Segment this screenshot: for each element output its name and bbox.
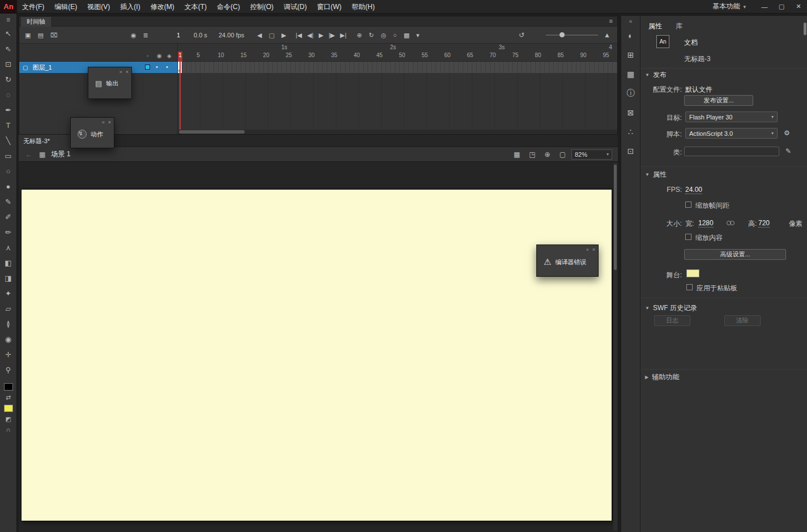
menu-insert[interactable]: 插入(I) [115, 0, 145, 14]
fluid-brush-tool[interactable]: ✏ [0, 225, 16, 240]
eraser-tool[interactable]: ▱ [0, 301, 16, 316]
stage-color-swatch[interactable] [686, 269, 699, 277]
minimize-button[interactable]: — [756, 0, 773, 14]
output-panel-header[interactable]: » × [88, 67, 131, 75]
oval-primitive-tool[interactable]: ● [0, 179, 16, 194]
scale-content-checkbox[interactable] [685, 234, 691, 240]
loop-icon[interactable]: ↻ [369, 32, 374, 39]
collapse-panels-icon[interactable]: « [629, 16, 633, 26]
menu-file[interactable]: 文件(F) [17, 0, 49, 14]
menu-view[interactable]: 视图(V) [82, 0, 115, 14]
eyedropper-tool[interactable]: ✦ [0, 286, 16, 301]
visibility-column-icon[interactable]: ◉ [157, 53, 162, 59]
menu-window[interactable]: 窗口(W) [312, 0, 347, 14]
frame-picker-panel-icon[interactable]: ⊡ [621, 141, 640, 161]
panel-menu-icon[interactable]: ≡ [609, 18, 613, 24]
timeline-tab[interactable]: 时间轴 [21, 17, 51, 27]
actions-panel-header[interactable]: » × [71, 118, 114, 125]
tab-properties[interactable]: 属性 [648, 22, 662, 31]
timeline-hscrollbar[interactable] [178, 130, 617, 134]
scene-name[interactable]: 场景 1 [51, 149, 70, 159]
brushes-panel-icon[interactable]: ∴ [621, 122, 640, 141]
app-logo[interactable]: An [0, 0, 17, 14]
panel-collapse-icon[interactable]: » [586, 247, 589, 252]
bone-tool[interactable]: ⋏ [0, 240, 16, 255]
pencil-tool[interactable]: ✎ [0, 194, 16, 209]
scale-spans-checkbox[interactable] [685, 201, 691, 208]
stroke-color-swatch[interactable] [4, 383, 13, 391]
properties-scroll-thumb[interactable] [804, 23, 806, 35]
swf-log-button[interactable]: 日志 [654, 315, 690, 326]
selection-tool[interactable]: ↖ [0, 26, 16, 41]
fill-color-swatch[interactable] [4, 405, 13, 412]
swf-history-section-header[interactable]: ▼ SWF 历史记录 [645, 303, 697, 313]
swf-clear-button[interactable]: 清除 [724, 315, 761, 326]
layer-frames-row[interactable] [178, 62, 617, 73]
delete-icon[interactable]: ⌧ [50, 32, 58, 39]
center-stage-icon[interactable]: ⊕ [545, 151, 550, 158]
stage-vscroll-thumb[interactable] [614, 165, 617, 270]
compiler-errors-panel[interactable]: » × ⚠ 编译器错误 [536, 244, 599, 277]
edit-scene-icon[interactable]: ▦ [514, 151, 520, 158]
center-frame-icon[interactable]: ⊕ [357, 32, 362, 39]
class-input[interactable] [684, 147, 779, 156]
script-settings-wrench-icon[interactable]: ⚙ [784, 129, 790, 137]
layer-visibility-dot[interactable]: • [156, 63, 158, 70]
info-panel-icon[interactable]: ⓘ [621, 84, 640, 103]
onion-skin-icon[interactable]: ◎ [381, 32, 386, 39]
close-icon[interactable]: × [126, 69, 129, 75]
fps-value[interactable]: 24.00 [685, 186, 702, 194]
asset-warp-tool[interactable]: ↻ [0, 72, 16, 87]
add-camera-icon[interactable]: ◉ [131, 32, 136, 39]
previous-keyframe-icon[interactable]: ◀ [257, 32, 262, 39]
menu-debug[interactable]: 调试(D) [279, 0, 312, 14]
lasso-tool[interactable]: ◌ [0, 87, 16, 102]
stage-canvas[interactable] [22, 190, 612, 521]
panel-collapse-icon[interactable]: » [119, 69, 122, 75]
restore-button[interactable]: ▢ [773, 0, 790, 14]
layer-depth-icon[interactable]: ≣ [143, 32, 148, 39]
timeline-hscroll-thumb[interactable] [179, 130, 245, 134]
link-dimensions-icon[interactable] [727, 220, 736, 226]
timeline-ruler[interactable]: 1s2s3s4 15101520253035404550556065707580… [178, 44, 617, 62]
accessibility-section-header[interactable]: ▶ 辅助功能 [645, 372, 679, 382]
width-tool[interactable]: ≬ [0, 316, 16, 332]
edit-multiple-frames-icon[interactable]: ▩ [404, 32, 409, 39]
frame-view-icon[interactable]: ▲ [604, 31, 610, 39]
apply-to-pasteboard-checkbox[interactable] [686, 284, 693, 290]
width-value[interactable]: 1280 [698, 219, 714, 228]
close-button[interactable]: ✕ [790, 0, 807, 14]
oval-tool[interactable]: ○ [0, 164, 16, 179]
menu-modify[interactable]: 修改(M) [146, 0, 180, 14]
play-icon[interactable]: ▶ [319, 32, 323, 39]
paint-bucket-tool[interactable]: ◧ [0, 255, 16, 271]
classic-brush-tool[interactable]: ✐ [0, 209, 16, 225]
back-icon[interactable]: ← [25, 151, 32, 158]
ink-bottle-tool[interactable]: ◨ [0, 271, 16, 286]
timeline-zoom-knob[interactable] [560, 32, 565, 37]
go-to-last-frame-icon[interactable]: ▶| [340, 32, 346, 39]
zoom-tool[interactable]: ⚲ [0, 362, 16, 377]
timeline-zoom-slider[interactable] [546, 35, 598, 36]
edit-symbols-icon[interactable]: ◳ [529, 151, 535, 158]
timeline-grid[interactable] [178, 73, 617, 130]
stage-vscrollbar[interactable] [613, 163, 617, 531]
output-panel[interactable]: » × ▤ 输出 [88, 67, 132, 99]
playhead-line[interactable] [180, 61, 181, 130]
pen-tool[interactable]: ✒ [0, 102, 16, 118]
publish-section-header[interactable]: ▼ 发布 [645, 70, 667, 80]
zoom-select[interactable]: 82% ▾ [571, 149, 612, 160]
hand-tool[interactable]: ✛ [0, 347, 16, 362]
camera-tool[interactable]: ◉ [0, 332, 16, 347]
publish-settings-button[interactable]: 发布设置... [684, 95, 753, 106]
free-transform-tool[interactable]: ⊡ [0, 57, 16, 72]
tools-panel-menu-icon[interactable]: ≡ [0, 14, 16, 26]
go-to-first-frame-icon[interactable]: |◀ [296, 32, 302, 39]
snap-magnet-icon[interactable]: ∩ [6, 426, 11, 433]
workspace-switcher[interactable]: 基本功能 ▾ [702, 2, 756, 11]
compiler-errors-panel-header[interactable]: » × [537, 245, 598, 252]
clip-content-icon[interactable]: ▢ [560, 151, 566, 158]
menu-help[interactable]: 帮助(H) [347, 0, 380, 14]
rectangle-tool[interactable]: ▭ [0, 148, 16, 164]
align-panel-icon[interactable]: ▦ [621, 65, 640, 84]
